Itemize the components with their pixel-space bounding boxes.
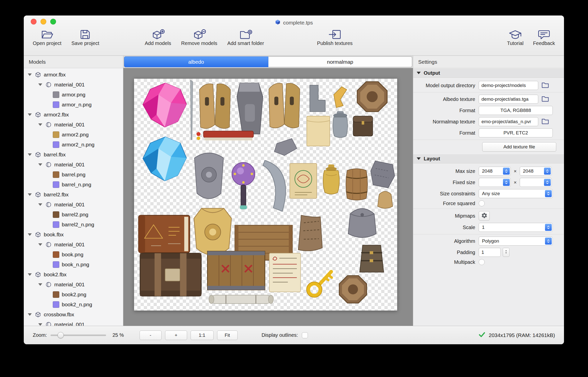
models-panel-header: Models xyxy=(24,56,123,68)
add-texture-file-button[interactable]: Add texture file xyxy=(482,142,556,152)
app-cube-icon xyxy=(275,19,281,26)
disclosure-triangle-icon[interactable] xyxy=(28,193,32,196)
albedo-texture-field[interactable]: demo-project/atlas.tga xyxy=(479,95,538,104)
disclosure-triangle-icon[interactable] xyxy=(38,83,42,86)
fit-button[interactable]: Fit xyxy=(217,331,238,340)
tab-label: normalmap xyxy=(327,59,353,65)
normalmap-format-field[interactable]: PVR, ETC2 xyxy=(479,128,553,137)
tree-item-material-001[interactable]: material_001 xyxy=(24,240,123,250)
output-section-header[interactable]: Output xyxy=(413,68,564,78)
display-outlines-checkbox[interactable] xyxy=(302,332,308,338)
zoom-slider[interactable] xyxy=(51,335,106,336)
zoom-in-button[interactable]: + xyxy=(165,331,187,340)
fixed-size-width-select[interactable] xyxy=(479,178,511,187)
tree-item-material-001[interactable]: material_001 xyxy=(24,80,123,90)
tree-item-book-fbx[interactable]: book.fbx xyxy=(24,230,123,240)
zoom-window-button[interactable] xyxy=(50,19,56,24)
tree-item-material-001[interactable]: material_001 xyxy=(24,120,123,130)
separator xyxy=(413,92,564,92)
zoom-out-button[interactable]: - xyxy=(140,331,162,340)
output-section-title: Output xyxy=(424,70,440,76)
tree-item-material-001[interactable]: material_001 xyxy=(24,200,123,210)
tree-item-barrel-png[interactable]: barrel.png xyxy=(24,170,123,180)
toolbar-publish-textures-button[interactable]: Publish textures xyxy=(316,28,354,47)
tree-item-armor-n-png[interactable]: armor_n.png xyxy=(24,100,123,110)
tutorial-icon xyxy=(509,29,522,40)
tab-normalmap[interactable]: normalmap xyxy=(268,56,412,67)
multipack-checkbox[interactable] xyxy=(479,259,485,265)
layout-section-header[interactable]: Layout xyxy=(413,154,564,163)
toolbar-remove-models-button[interactable]: Remove models xyxy=(180,28,219,47)
tree-item-book2-fbx[interactable]: book2.fbx xyxy=(24,270,123,280)
disclosure-triangle-icon[interactable] xyxy=(38,283,42,286)
tree-item-armor-fbx[interactable]: armor.fbx xyxy=(24,70,123,80)
tree-item-barrel2-fbx[interactable]: barrel2.fbx xyxy=(24,190,123,200)
force-squared-checkbox[interactable] xyxy=(479,200,485,206)
browse-model-output-button[interactable] xyxy=(540,81,550,89)
padding-field[interactable]: 1 xyxy=(479,248,501,257)
disclosure-triangle-icon[interactable] xyxy=(28,273,32,276)
actual-size-button[interactable]: 1:1 xyxy=(191,331,214,340)
tab-albedo[interactable]: albedo xyxy=(124,56,268,67)
mipmaps-settings-button[interactable] xyxy=(479,211,490,221)
max-size-height-select[interactable]: 2048 xyxy=(520,167,552,176)
tree-item-armor2-png[interactable]: armor2.png xyxy=(24,130,123,140)
albedo-format-field[interactable]: TGA, RGB888 xyxy=(479,106,553,115)
normalmap-texture-field[interactable]: emo-project/atlas_n.pvr xyxy=(479,117,538,126)
tree-item-book-png[interactable]: book.png xyxy=(24,250,123,260)
scale-select[interactable]: 1 xyxy=(479,223,553,232)
disclosure-triangle-icon[interactable] xyxy=(28,153,32,156)
fixed-size-height-select[interactable] xyxy=(520,178,552,187)
disclosure-triangle-icon[interactable] xyxy=(38,323,42,326)
tree-item-barrel2-n-png[interactable]: barrel2_n.png xyxy=(24,220,123,230)
disclosure-triangle-icon[interactable] xyxy=(38,243,42,246)
toolbar-add-smart-folder-button[interactable]: Add smart folder xyxy=(226,28,266,47)
tree-item-book2-png[interactable]: book2.png xyxy=(24,290,123,300)
atlas-canvas[interactable] xyxy=(123,68,413,326)
disclosure-triangle-icon[interactable] xyxy=(38,163,42,166)
tree-item-material-001[interactable]: material_001 xyxy=(24,320,123,326)
browse-albedo-texture-button[interactable] xyxy=(540,95,550,103)
material-sphere-icon xyxy=(45,201,52,208)
disclosure-triangle-icon[interactable] xyxy=(38,123,42,126)
disclosure-triangle-icon[interactable] xyxy=(28,113,32,116)
remove-models-icon xyxy=(193,29,206,40)
tree-item-barrel-n-png[interactable]: barrel_n.png xyxy=(24,180,123,190)
tab-label: albedo xyxy=(188,59,204,65)
max-size-width-select[interactable]: 2048 xyxy=(479,167,511,176)
model-output-directory-field[interactable]: demo-project/models xyxy=(479,81,538,90)
tree-item-book2-n-png[interactable]: book2_n.png xyxy=(24,300,123,310)
texture-thumbnail xyxy=(53,221,59,228)
tree-item-book-n-png[interactable]: book_n.png xyxy=(24,260,123,270)
toolbar-open-project-button[interactable]: Open project xyxy=(31,28,63,47)
tree-item-barrel2-png[interactable]: barrel2.png xyxy=(24,210,123,220)
algorithm-select[interactable]: Polygon xyxy=(479,237,553,246)
toolbar-tutorial-button[interactable]: Tutorial xyxy=(505,28,525,47)
tree-item-material-001[interactable]: material_001 xyxy=(24,280,123,290)
toolbar-button-label: Add models xyxy=(145,40,171,46)
output-section-body: Model output directory demo-project/mode… xyxy=(413,78,564,154)
tree-item-armor2-fbx[interactable]: armor2.fbx xyxy=(24,110,123,120)
toolbar-add-models-button[interactable]: Add models xyxy=(143,28,173,47)
tree-item-material-001[interactable]: material_001 xyxy=(24,160,123,170)
browse-normalmap-texture-button[interactable] xyxy=(540,118,550,126)
minimize-window-button[interactable] xyxy=(41,19,46,24)
tree-item-label: crossbow.fbx xyxy=(44,312,74,318)
disclosure-triangle-icon[interactable] xyxy=(28,233,32,236)
toolbar-feedback-button[interactable]: Feedback xyxy=(531,28,556,47)
zoom-slider-knob[interactable] xyxy=(58,332,64,338)
tree-item-barrel-fbx[interactable]: barrel.fbx xyxy=(24,150,123,160)
tree-item-armor2-n-png[interactable]: armor2_n.png xyxy=(24,140,123,150)
disclosure-triangle-icon[interactable] xyxy=(28,73,32,76)
disclosure-triangle-icon[interactable] xyxy=(28,313,32,316)
size-constraints-select[interactable]: Any size xyxy=(479,189,553,198)
close-window-button[interactable] xyxy=(31,19,37,24)
disclosure-triangle-icon[interactable] xyxy=(38,203,42,206)
folder-icon xyxy=(541,82,549,89)
statusbar: Zoom: 25 % - + 1:1 Fit Display outlines:… xyxy=(24,326,564,344)
tree-item-crossbow-fbx[interactable]: crossbow.fbx xyxy=(24,310,123,320)
padding-stepper[interactable] xyxy=(503,248,509,257)
toolbar-save-project-button[interactable]: Save project xyxy=(70,28,101,47)
preview-area: albedonormalmap xyxy=(123,56,413,326)
tree-item-armor-png[interactable]: armor.png xyxy=(24,90,123,100)
